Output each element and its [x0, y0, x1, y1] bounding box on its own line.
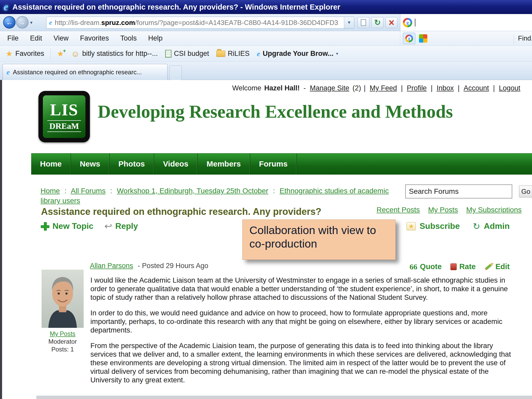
account-link[interactable]: Account [464, 84, 489, 92]
post-paragraph: I would like the Academic Liaison team a… [90, 276, 520, 302]
site-logo: LIS DREaM [38, 91, 90, 142]
breadcrumb-home[interactable]: Home [41, 187, 60, 195]
favorites-label: Favorites [15, 50, 44, 58]
recent-posts-link[interactable]: Recent Posts [377, 206, 420, 214]
new-tab-button[interactable] [169, 65, 182, 80]
logout-link[interactable]: Logout [499, 84, 520, 92]
post-paragraph: In order to do this, we would need guida… [90, 309, 520, 334]
reply-button[interactable]: Reply [115, 221, 138, 231]
separator: | [458, 84, 460, 92]
stop-button[interactable]: × [385, 17, 397, 28]
internet-explorer-icon: e [4, 2, 8, 12]
nav-home[interactable]: Home [31, 154, 71, 174]
breadcrumb-workshop[interactable]: Workshop 1, Edinburgh, Tuesday 25th Octo… [117, 187, 268, 195]
my-subscriptions-link[interactable]: My Subscriptions [466, 206, 522, 214]
favorite-item-label: RiLIES [228, 50, 250, 58]
logo-text-dream: DREaM [47, 120, 81, 132]
welcome-dash: - [303, 84, 306, 92]
address-bar-row: ← → ▾ e http://lis-dream.spruz.com/forum… [0, 14, 400, 31]
manage-site-count: (2) [353, 84, 361, 92]
active-tab[interactable]: e Assistance required on ethnographic re… [3, 64, 168, 80]
favorite-item-bitly[interactable]: bitly statistics for http--... [69, 49, 160, 59]
menu-tools[interactable]: Tools [115, 33, 142, 43]
nav-videos[interactable]: Videos [154, 154, 198, 174]
main-navigation: Home News Photos Videos Members Forums [31, 153, 532, 175]
nav-members[interactable]: Members [198, 154, 250, 174]
toolbar-divider [514, 34, 514, 44]
welcome-prefix: Welcome [232, 84, 261, 92]
search-go-button[interactable]: Go [519, 185, 532, 197]
author-my-posts-link[interactable]: My Posts [50, 330, 76, 337]
compatibility-view-button[interactable] [357, 17, 369, 28]
separator: | [431, 84, 433, 92]
my-feed-link[interactable]: My Feed [370, 84, 397, 92]
breadcrumb-separator: : [110, 187, 112, 195]
logo-text-lis: LIS [50, 102, 78, 118]
find-button[interactable]: Find... [518, 34, 532, 42]
rate-button[interactable]: Rate [450, 262, 476, 271]
google-logo-icon: g [403, 18, 412, 27]
refresh-button[interactable]: ↻ [371, 17, 383, 28]
menu-view[interactable]: View [48, 33, 74, 43]
site-logo-inner: LIS DREaM [43, 95, 85, 138]
menu-help[interactable]: Help [142, 33, 168, 43]
inbox-link[interactable]: Inbox [437, 84, 454, 92]
toolbar-search-input[interactable]: g [400, 14, 532, 31]
menu-favorites[interactable]: Favorites [74, 33, 115, 43]
forum-quick-links: Recent Posts My Posts My Subscriptions [370, 206, 522, 214]
post-author-link[interactable]: Allan Parsons [90, 262, 133, 270]
favorites-button[interactable]: Favorites [4, 49, 46, 59]
admin-button[interactable]: Admin [484, 221, 510, 231]
search-forums-input[interactable] [405, 184, 512, 198]
address-input[interactable]: e http://lis-dream.spruz.com/forums/?pag… [46, 17, 354, 29]
menu-edit[interactable]: Edit [24, 33, 48, 43]
breadcrumb-all-forums[interactable]: All Forums [71, 187, 106, 195]
favorites-star-icon [6, 50, 13, 58]
google-search-button[interactable]: g [403, 33, 415, 44]
text-cursor [415, 19, 415, 26]
manage-site-link[interactable]: Manage Site [310, 84, 349, 92]
quote-label: Quote [420, 262, 442, 271]
post-meta: - Posted 29 Hours Ago [138, 262, 208, 270]
menu-file[interactable]: File [2, 33, 24, 43]
author-avatar [42, 270, 84, 328]
toolbar-plugin-icon[interactable] [419, 34, 427, 43]
profile-link[interactable]: Profile [407, 84, 427, 92]
post-tools: Quote Rate Edit [410, 262, 510, 271]
history-dropdown-icon[interactable]: ▾ [30, 20, 32, 25]
url-path: /forums/?page=post&id=A143EA7B-C8B0-4A14… [135, 19, 338, 26]
forward-button[interactable]: → [16, 16, 29, 29]
post-body: I would like the Academic Liaison team a… [90, 276, 520, 391]
admin-icon [473, 222, 480, 231]
refresh-icon: ↻ [374, 19, 381, 26]
nav-news[interactable]: News [71, 154, 109, 174]
window-border [0, 80, 2, 399]
smiley-icon [71, 50, 80, 58]
favorite-item-rilies[interactable]: RiLIES [214, 49, 252, 59]
title-bar: e Assistance required on ethnographic re… [0, 0, 532, 14]
page-bottom-strip [36, 396, 532, 399]
tab-favicon-icon: e [6, 69, 10, 76]
nav-forums[interactable]: Forums [250, 154, 297, 174]
address-dropdown-button[interactable]: ▼ [344, 17, 354, 28]
tab-title: Assistance required on ethnographic rese… [13, 69, 142, 76]
url-text[interactable]: http://lis-dream.spruz.com/forums/?page=… [55, 19, 344, 27]
topic-actions-right: Subscribe Admin [407, 221, 510, 231]
new-topic-button[interactable]: New Topic [52, 221, 94, 231]
poster-info: My Posts Moderator Posts: 1 [37, 330, 89, 353]
my-posts-link[interactable]: My Posts [428, 206, 458, 214]
add-favorite-button[interactable] [55, 49, 66, 59]
favorite-item-csi-budget[interactable]: CSI budget [163, 49, 211, 59]
edit-button[interactable]: Edit [484, 262, 510, 271]
subscribe-button[interactable]: Subscribe [420, 221, 460, 231]
rate-label: Rate [459, 262, 476, 271]
add-favorite-icon [57, 50, 64, 58]
page-viewport: Welcome Hazel Hall! - Manage Site (2) | … [2, 80, 532, 399]
quote-button[interactable]: Quote [410, 262, 442, 271]
back-button[interactable]: ← [3, 16, 16, 29]
favorite-item-upgrade-browser[interactable]: e Upgrade Your Brow... [255, 49, 340, 59]
nav-photos[interactable]: Photos [110, 154, 154, 174]
edit-pencil-icon [485, 263, 493, 270]
divider [50, 49, 51, 59]
favorites-bar: Favorites bitly statistics for http--...… [0, 46, 532, 62]
